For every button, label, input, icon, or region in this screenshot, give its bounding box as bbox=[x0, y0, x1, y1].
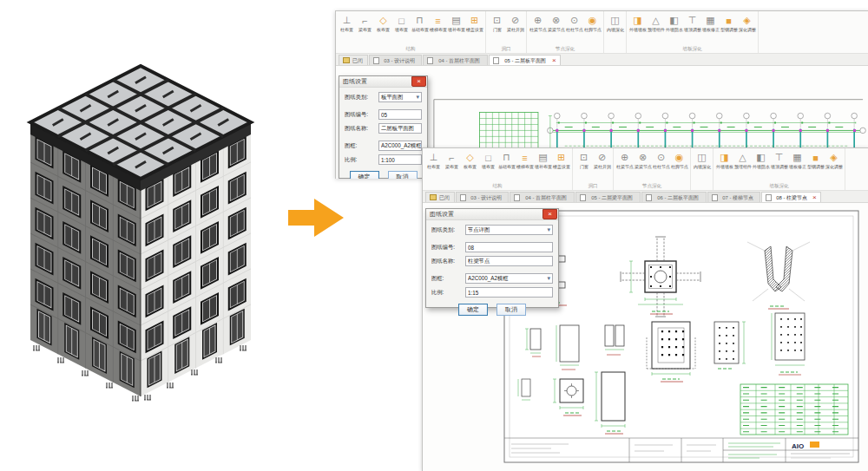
sheet-logo: AIO bbox=[792, 442, 804, 450]
drawing-canvas[interactable]: AIO 图纸设置 × 图纸类别:节点详图▾ 图纸编号:08 图纸名称:柱梁节点 … bbox=[423, 203, 868, 471]
tab-stair-node[interactable]: 07 - 楼梯节点 bbox=[707, 192, 760, 202]
sheet-name-input[interactable]: 柱梁节点 bbox=[465, 256, 553, 266]
ok-button[interactable]: 确定 bbox=[458, 304, 488, 316]
ok-button[interactable]: 确定 bbox=[350, 171, 379, 179]
panel-fix-button[interactable]: ▦墙板修正 bbox=[701, 12, 720, 45]
column-base-node-button[interactable]: ◉柱脚节点 bbox=[670, 149, 688, 182]
slab-layout-icon: ◇ bbox=[464, 151, 477, 164]
opening-button[interactable]: ⊘梁柱开洞 bbox=[593, 149, 611, 182]
tab-design-notes[interactable]: 03 - 设计说明 bbox=[369, 55, 422, 65]
wall-top-adjust-button[interactable]: ⊤墙顶调整 bbox=[683, 12, 701, 45]
dialog-titlebar[interactable]: 图纸设置 × bbox=[426, 209, 558, 220]
column-base-node-icon: ◉ bbox=[586, 14, 599, 27]
interior-wall-button[interactable]: ◫内墙深化 bbox=[606, 12, 624, 45]
wall-infill-icon: ▤ bbox=[450, 14, 463, 27]
stair-layout-icon: ≡ bbox=[518, 151, 531, 164]
ribbon-group-panels: ◨外墙墙板 △预埋组件 ◧外墙防水 ⊤墙顶调整 ▦墙板修正 ■型钢调整 ◈深化调… bbox=[713, 148, 845, 190]
slab-layout-button[interactable]: ◇板布置 bbox=[461, 149, 479, 182]
column-column-node-button[interactable]: ⊙柱柱节点 bbox=[565, 12, 583, 45]
sheet-icon bbox=[493, 57, 499, 64]
panel-fix-button[interactable]: ▦墙板修正 bbox=[788, 149, 806, 182]
column-beam-node-button[interactable]: ⊕柱梁节点 bbox=[529, 12, 547, 45]
slab-layout-button[interactable]: ◇板布置 bbox=[374, 12, 392, 45]
beam-layout-button[interactable]: ⌐梁布置 bbox=[356, 12, 374, 45]
beam-layout-icon: ⌐ bbox=[358, 14, 372, 27]
tab-column-plan[interactable]: 04 - 首层柱平面图 bbox=[423, 55, 488, 65]
opening-button[interactable]: ⊘梁柱开洞 bbox=[506, 12, 524, 45]
sheet-number-input[interactable]: 08 bbox=[465, 242, 553, 252]
column-beam-node-icon: ⊕ bbox=[618, 151, 631, 164]
tab-design-notes[interactable]: 03 - 设计说明 bbox=[456, 192, 509, 202]
ribbon: ⊥柱布置 ⌐梁布置 ◇板布置 □墙布置 ⊓基础布置 ≡楼梯布置 ▤墙补布置 ⊞楼… bbox=[423, 148, 868, 191]
exterior-panel-button[interactable]: ◨外墙墙板 bbox=[715, 149, 733, 182]
sheet-settings-dialog: 图纸设置 × 图纸类别:板平面图▾ 图纸编号:05 图纸名称:二层板平面图 图框… bbox=[339, 75, 428, 179]
tab-column-plan[interactable]: 04 - 首层柱平面图 bbox=[510, 192, 575, 202]
embedded-parts-button[interactable]: △预埋组件 bbox=[647, 12, 665, 45]
tab-beam-plan[interactable]: 05 - 二层梁平面图 bbox=[575, 192, 641, 202]
title-block-select[interactable]: A2C000_A2横框▾ bbox=[378, 141, 422, 151]
sheet-number-input[interactable]: 05 bbox=[378, 109, 422, 120]
tab-drawer[interactable]: 已闭 bbox=[339, 55, 368, 65]
steel-adjust-icon: ■ bbox=[809, 151, 822, 164]
stair-layout-button[interactable]: ≡楼梯布置 bbox=[429, 12, 447, 45]
floor-system-button[interactable]: ⊞楼盖设置 bbox=[465, 12, 483, 45]
tab-slab-plan[interactable]: 06 - 二层板平面图 bbox=[641, 192, 707, 202]
opening-icon: ⊘ bbox=[509, 14, 522, 27]
foundation-layout-icon: ⊓ bbox=[413, 14, 426, 27]
tab-column-beam-node[interactable]: 08 - 柱梁节点× bbox=[761, 192, 821, 202]
opening-icon: ⊘ bbox=[595, 151, 608, 164]
close-tab-icon[interactable]: × bbox=[812, 194, 817, 201]
cancel-button[interactable]: 取消 bbox=[496, 304, 526, 316]
door-window-button[interactable]: ⊡门窗 bbox=[575, 149, 593, 182]
tab-slab-plan[interactable]: 05 - 二层板平面图× bbox=[489, 55, 561, 65]
dialog-close-button[interactable]: × bbox=[542, 209, 557, 219]
column-beam-node-button[interactable]: ⊕柱梁节点 bbox=[615, 149, 634, 182]
sheet-tab-bar: 已闭 03 - 设计说明 04 - 首层柱平面图 05 - 二层梁平面图 06 … bbox=[423, 191, 868, 203]
wall-infill-button[interactable]: ▤墙补布置 bbox=[447, 12, 465, 45]
scale-input[interactable]: 1:15 bbox=[465, 287, 553, 298]
cancel-button[interactable]: 取消 bbox=[388, 171, 418, 179]
logo-accent-mark bbox=[810, 442, 819, 448]
dialog-close-button[interactable]: × bbox=[411, 76, 426, 87]
wall-layout-button[interactable]: □墙布置 bbox=[392, 12, 411, 45]
wall-layout-icon: □ bbox=[395, 14, 408, 27]
foundation-layout-button[interactable]: ⊓基础布置 bbox=[411, 12, 429, 45]
sheet-type-select[interactable]: 板平面图▾ bbox=[378, 92, 422, 102]
steel-adjust-button[interactable]: ■型钢调整 bbox=[720, 12, 738, 45]
detailing-adjust-icon: ◈ bbox=[827, 151, 840, 164]
wall-infill-button[interactable]: ▤墙补布置 bbox=[534, 149, 552, 182]
sheet-icon bbox=[646, 194, 652, 201]
detailing-adjust-button[interactable]: ◈深化调整 bbox=[825, 149, 843, 182]
sheet-icon bbox=[766, 194, 772, 201]
embedded-parts-button[interactable]: △预埋组件 bbox=[733, 149, 752, 182]
wall-top-adjust-button[interactable]: ⊤墙顶调整 bbox=[770, 149, 788, 182]
door-window-button[interactable]: ⊡门窗 bbox=[488, 12, 506, 45]
waterproof-button[interactable]: ◧外墙防水 bbox=[752, 149, 770, 182]
detailing-adjust-button[interactable]: ◈深化调整 bbox=[738, 12, 756, 45]
waterproof-button[interactable]: ◧外墙防水 bbox=[665, 12, 683, 45]
column-column-node-button[interactable]: ⊙柱柱节点 bbox=[652, 149, 670, 182]
column-base-node-button[interactable]: ◉柱脚节点 bbox=[583, 12, 602, 45]
steel-adjust-button[interactable]: ■型钢调整 bbox=[806, 149, 825, 182]
dialog-titlebar[interactable]: 图纸设置 × bbox=[339, 76, 427, 88]
interior-wall-icon: ◫ bbox=[695, 151, 708, 164]
ribbon-group-nodes: ⊕柱梁节点 ⊗梁梁节点 ⊙柱柱节点 ◉柱脚节点 节点深化 bbox=[527, 11, 604, 53]
column-layout-button[interactable]: ⊥柱布置 bbox=[338, 12, 356, 45]
tab-drawer[interactable]: 已闭 bbox=[425, 192, 455, 202]
exterior-panel-button[interactable]: ◨外墙墙板 bbox=[628, 12, 647, 45]
scale-input[interactable]: 1:100 bbox=[378, 154, 422, 165]
beam-layout-button[interactable]: ⌐梁布置 bbox=[443, 149, 461, 182]
beam-beam-node-button[interactable]: ⊗梁梁节点 bbox=[547, 12, 565, 45]
beam-beam-node-button[interactable]: ⊗梁梁节点 bbox=[634, 149, 652, 182]
wall-layout-button[interactable]: □墙布置 bbox=[479, 149, 497, 182]
sheet-name-input[interactable]: 二层板平面图 bbox=[378, 123, 422, 134]
column-layout-button[interactable]: ⊥柱布置 bbox=[424, 149, 443, 182]
sheet-type-select[interactable]: 节点详图▾ bbox=[465, 225, 553, 235]
close-tab-icon[interactable]: × bbox=[552, 57, 556, 64]
foundation-layout-button[interactable]: ⊓基础布置 bbox=[497, 149, 516, 182]
stair-layout-button[interactable]: ≡楼梯布置 bbox=[516, 149, 534, 182]
title-block-select[interactable]: A2C000_A2横框▾ bbox=[465, 273, 553, 284]
floor-system-button[interactable]: ⊞楼盖设置 bbox=[552, 149, 570, 182]
ribbon-group-interior: ◫内墙深化 bbox=[691, 148, 713, 190]
interior-wall-button[interactable]: ◫内墙深化 bbox=[693, 149, 711, 182]
